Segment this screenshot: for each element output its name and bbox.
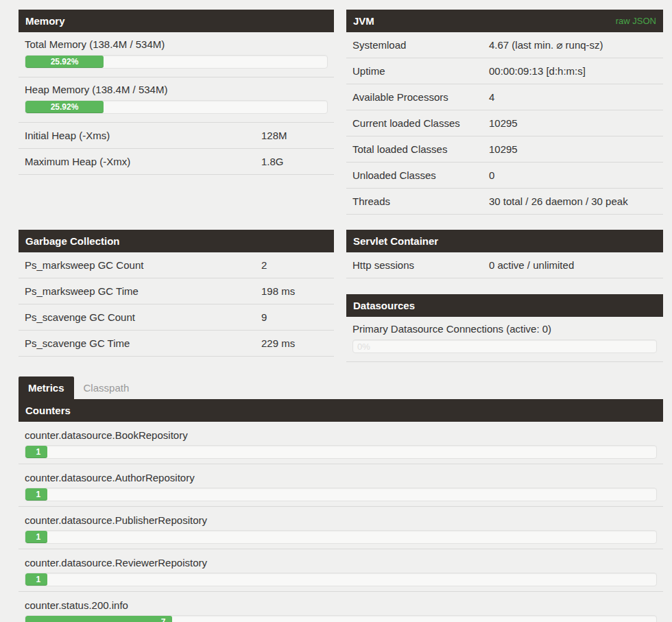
- memory-panel-title: Memory: [25, 10, 65, 32]
- counter-row: counter.datasource.AuthorRepository 1: [19, 464, 663, 507]
- row-label: Ps_marksweep GC Time: [25, 285, 261, 298]
- row-label: Available Processors: [352, 91, 489, 104]
- row-value: 2: [261, 259, 328, 272]
- row-label: Http sessions: [352, 259, 489, 272]
- counter-label: counter.status.200.info: [25, 599, 657, 612]
- heap-memory-progress-track: 25.92%: [25, 100, 328, 114]
- row-value: 4.67 (last min. ⌀ runq-sz): [489, 38, 657, 51]
- counter-progress-fill: 7: [25, 616, 172, 622]
- row-value: 10295: [489, 143, 657, 156]
- datasource-connections-gauge: Primary Datasource Connections (active: …: [346, 317, 663, 362]
- row-label: Unloaded Classes: [352, 169, 489, 182]
- tab-classpath[interactable]: Classpath: [74, 376, 139, 399]
- table-row: Initial Heap (-Xms) 128M: [19, 123, 334, 149]
- servlet-container-panel-header: Servlet Container: [346, 230, 663, 252]
- row-value: 1.8G: [261, 155, 328, 168]
- row-label: Current loaded Classes: [352, 117, 489, 130]
- heap-memory-label: Heap Memory (138.4M / 534M): [25, 83, 328, 96]
- counter-row: counter.datasource.ReviewerRepoistory 1: [19, 549, 663, 592]
- counter-progress-track: 1: [25, 445, 657, 459]
- table-row: Unloaded Classes 0: [346, 163, 663, 189]
- counter-row: counter.datasource.BookRepository 1: [19, 422, 663, 464]
- garbage-collection-panel: Garbage Collection Ps_marksweep GC Count…: [19, 230, 334, 357]
- counters-title: Counters: [25, 405, 71, 416]
- counter-progress-fill: 1: [25, 573, 47, 586]
- total-memory-label: Total Memory (138.4M / 534M): [25, 38, 328, 51]
- table-row: Uptime 00:00:09:13 [d:h:m:s]: [346, 58, 663, 84]
- metrics-tab-bar: Metrics Classpath: [19, 376, 663, 399]
- table-row: Ps_scavenge GC Count 9: [19, 304, 334, 331]
- row-label: Maximum Heap (-Xmx): [25, 155, 261, 168]
- row-label: Threads: [352, 195, 489, 208]
- jvm-panel-header: JVM raw JSON: [346, 10, 663, 32]
- row-value: 4: [489, 91, 657, 104]
- row-value: 9: [261, 311, 328, 324]
- table-row: Systemload 4.67 (last min. ⌀ runq-sz): [346, 32, 663, 58]
- heap-memory-gauge: Heap Memory (138.4M / 534M) 25.92%: [19, 77, 334, 123]
- counter-label: counter.datasource.ReviewerRepoistory: [25, 556, 657, 569]
- panels-grid: Memory Total Memory (138.4M / 534M) 25.9…: [19, 10, 663, 362]
- right-panel-stack: Servlet Container Http sessions 0 active…: [346, 230, 663, 362]
- servlet-container-panel: Servlet Container Http sessions 0 active…: [346, 230, 663, 278]
- row-value: 229 ms: [261, 337, 328, 350]
- table-row: Ps_marksweep GC Time 198 ms: [19, 278, 334, 304]
- counter-label: counter.datasource.PublisherRepository: [25, 514, 657, 527]
- heap-memory-progress-fill: 25.92%: [25, 101, 104, 113]
- row-value: 00:00:09:13 [d:h:m:s]: [489, 64, 657, 77]
- counter-row: counter.datasource.PublisherRepository 1: [19, 507, 663, 549]
- table-row: Ps_scavenge GC Time 229 ms: [19, 331, 334, 357]
- row-value: 10295: [489, 117, 657, 130]
- datasource-connections-progress-track: 0%: [352, 339, 657, 353]
- table-row: Available Processors 4: [346, 84, 663, 110]
- datasource-connections-label: Primary Datasource Connections (active: …: [352, 322, 657, 335]
- table-row: Current loaded Classes 10295: [346, 110, 663, 136]
- garbage-collection-panel-header: Garbage Collection: [19, 230, 334, 252]
- counter-progress-track: 7: [25, 615, 657, 622]
- row-label: Total loaded Classes: [352, 143, 489, 156]
- counter-progress-fill: 1: [25, 531, 47, 543]
- garbage-collection-panel-title: Garbage Collection: [25, 230, 120, 252]
- row-value: 30 total / 26 daemon / 30 peak: [489, 195, 657, 208]
- datasources-panel-title: Datasources: [353, 294, 415, 317]
- jvm-panel: JVM raw JSON Systemload 4.67 (last min. …: [346, 10, 663, 215]
- jvm-panel-title: JVM: [353, 10, 374, 32]
- row-label: Ps_scavenge GC Count: [25, 311, 261, 324]
- row-value: 128M: [261, 129, 328, 142]
- row-label: Ps_marksweep GC Count: [25, 259, 261, 272]
- row-label: Ps_scavenge GC Time: [25, 337, 261, 350]
- memory-panel: Memory Total Memory (138.4M / 534M) 25.9…: [19, 10, 334, 175]
- row-value: 0 active / unlimited: [489, 259, 657, 272]
- dashboard-page: Memory Total Memory (138.4M / 534M) 25.9…: [0, 0, 672, 622]
- total-memory-progress-track: 25.92%: [25, 55, 328, 69]
- servlet-container-panel-title: Servlet Container: [353, 230, 438, 252]
- row-label: Initial Heap (-Xms): [25, 129, 261, 142]
- counter-progress-fill: 1: [25, 446, 47, 458]
- counter-label: counter.datasource.BookRepository: [25, 429, 657, 442]
- counter-progress-track: 1: [25, 530, 657, 544]
- table-row: Ps_marksweep GC Count 2: [19, 252, 334, 278]
- table-row: Maximum Heap (-Xmx) 1.8G: [19, 149, 334, 175]
- datasource-connections-progress-text: 0%: [357, 340, 370, 353]
- table-row: Http sessions 0 active / unlimited: [346, 252, 663, 278]
- datasources-panel-header: Datasources: [346, 294, 663, 317]
- total-memory-progress-fill: 25.92%: [25, 56, 104, 68]
- counter-row: counter.status.200.info 7: [19, 592, 663, 622]
- total-memory-gauge: Total Memory (138.4M / 534M) 25.92%: [19, 32, 334, 77]
- counter-progress-fill: 1: [25, 488, 47, 501]
- table-row: Threads 30 total / 26 daemon / 30 peak: [346, 189, 663, 215]
- row-value: 198 ms: [261, 285, 328, 298]
- counter-label: counter.datasource.AuthorRepository: [25, 471, 657, 484]
- counter-progress-track: 1: [25, 573, 657, 586]
- tab-metrics[interactable]: Metrics: [19, 376, 74, 399]
- counter-progress-track: 1: [25, 488, 657, 501]
- raw-json-link[interactable]: raw JSON: [616, 10, 656, 32]
- memory-panel-header: Memory: [19, 10, 334, 32]
- datasources-panel: Datasources Primary Datasource Connectio…: [346, 294, 663, 362]
- row-label: Systemload: [352, 38, 489, 51]
- table-row: Total loaded Classes 10295: [346, 136, 663, 163]
- counters-section-header: Counters: [19, 399, 663, 422]
- row-label: Uptime: [352, 64, 489, 77]
- row-value: 0: [489, 169, 657, 182]
